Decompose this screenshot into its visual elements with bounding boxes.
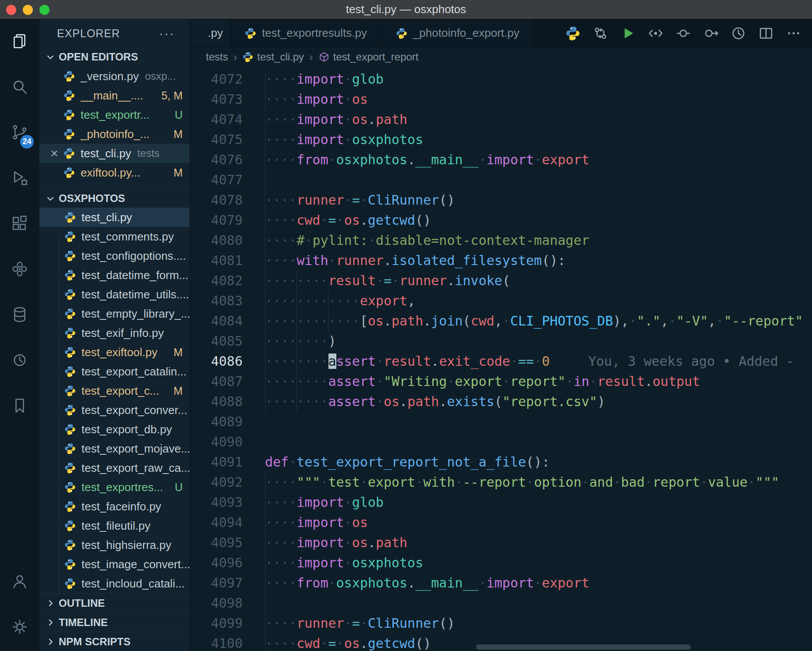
code-line[interactable]: 4076····from·osxphotos.__main__·import·e… — [190, 150, 812, 170]
code-line[interactable]: 4078····runner·=·CliRunner() — [190, 190, 812, 210]
line-number[interactable]: 4100 — [190, 633, 265, 651]
database-activity-button[interactable] — [0, 293, 39, 338]
code-line[interactable]: 4090 — [190, 432, 812, 452]
code-line-content[interactable] — [265, 412, 812, 432]
open-editor-item[interactable]: ×__main__....5, M — [39, 86, 190, 105]
code-line-content[interactable]: ····runner·=·CliRunner() — [265, 613, 812, 633]
open-editor-item[interactable]: ×exiftool.py...M — [39, 163, 190, 182]
file-list-item[interactable]: test_incloud_catali... — [39, 574, 190, 593]
code-line[interactable]: 4086········assert·result.exit_code·==·0… — [190, 351, 812, 371]
file-list-item[interactable]: test_export_mojave... — [39, 439, 190, 458]
dash-circle-icon[interactable] — [675, 25, 691, 41]
code-line-content[interactable]: ········assert·os.path.exists("report.cs… — [265, 392, 812, 412]
line-number[interactable]: 4083 — [190, 291, 265, 311]
line-number[interactable]: 4095 — [190, 533, 265, 553]
code-line-content[interactable] — [265, 593, 812, 613]
line-number[interactable]: 4080 — [190, 230, 265, 251]
compare-changes-icon[interactable] — [593, 25, 608, 41]
code-line[interactable]: 4084············[os.path.join(cwd,·CLI_P… — [190, 311, 812, 331]
search-activity-button[interactable] — [0, 65, 39, 110]
code-line[interactable]: 4077 — [190, 170, 812, 190]
source-control-activity-button[interactable]: 24 — [0, 110, 39, 156]
code-line[interactable]: 4073····import·os — [190, 89, 812, 110]
code-line[interactable]: 4096····import·osxphotos — [190, 553, 812, 573]
code-line[interactable]: 4089 — [190, 412, 812, 432]
code-line[interactable]: 4085········) — [190, 331, 812, 351]
line-number[interactable]: 4085 — [190, 331, 265, 351]
file-history-icon[interactable] — [731, 25, 746, 41]
run-debug-activity-button[interactable] — [0, 156, 39, 202]
project-section-header[interactable]: OSXPHOTOS — [39, 188, 190, 208]
section-npm-scripts[interactable]: NPM SCRIPTS — [39, 632, 190, 651]
code-line-content[interactable]: ····import·osxphotos — [265, 553, 812, 573]
line-number[interactable]: 4099 — [190, 613, 265, 633]
code-line-content[interactable]: ····cwd·=·os.getcwd() — [265, 210, 812, 230]
code-line-content[interactable] — [265, 432, 812, 452]
code-line-content[interactable]: ····from·osxphotos.__main__·import·expor… — [265, 150, 812, 170]
file-list-item[interactable]: test_cli.py — [39, 208, 190, 227]
file-list-item[interactable]: test_fileutil.py — [39, 516, 190, 535]
file-list-item[interactable]: test_empty_library_... — [39, 304, 190, 323]
code-line[interactable]: 4093····import·glob — [190, 492, 812, 513]
line-number[interactable]: 4091 — [190, 452, 265, 472]
open-editor-item[interactable]: ×_photoinfo_...M — [39, 124, 190, 144]
line-number[interactable]: 4087 — [190, 371, 265, 392]
code-line-content[interactable]: ····with·runner.isolated_filesystem(): — [265, 251, 812, 271]
line-number[interactable]: 4081 — [190, 251, 265, 271]
file-list-item[interactable]: test_export_catalin... — [39, 362, 190, 381]
line-number[interactable]: 4082 — [190, 271, 265, 291]
close-window-button[interactable] — [6, 5, 16, 15]
extensions-activity-button[interactable] — [0, 202, 39, 247]
open-editor-item[interactable]: ×test_exportr...U — [39, 105, 190, 124]
file-list-item[interactable]: test_highsierra.py — [39, 535, 190, 555]
file-list-item[interactable]: test_faceinfo.py — [39, 497, 190, 516]
code-line[interactable]: 4094····import·os — [190, 513, 812, 533]
code-line-content[interactable]: ········result·=·runner.invoke( — [265, 271, 812, 291]
file-list-item[interactable]: test_exiftool.pyM — [39, 343, 190, 362]
arrow-circle-icon[interactable] — [703, 25, 719, 41]
code-line-content[interactable]: ····import·os — [265, 513, 812, 533]
file-list-item[interactable]: test_export_raw_ca... — [39, 458, 190, 478]
line-number[interactable]: 4097 — [190, 573, 265, 593]
horizontal-scrollbar[interactable] — [476, 644, 691, 650]
code-line[interactable]: 4088········assert·os.path.exists("repor… — [190, 392, 812, 412]
code-line[interactable]: 4091def·test_export_report_not_a_file(): — [190, 452, 812, 472]
file-list-item[interactable]: test_comments.py — [39, 227, 190, 246]
line-number[interactable]: 4094 — [190, 513, 265, 533]
code-line-content[interactable]: ············[os.path.join(cwd,·CLI_PHOTO… — [265, 311, 812, 331]
line-number[interactable]: 4074 — [190, 110, 265, 130]
tab-_photoinfo_export.py[interactable]: _photoinfo_export.py — [381, 19, 534, 47]
file-list-item[interactable]: test_exif_info.py — [39, 323, 190, 343]
line-number[interactable]: 4092 — [190, 472, 265, 492]
code-line[interactable]: 4098 — [190, 593, 812, 613]
more-actions-icon[interactable] — [786, 25, 801, 41]
line-number[interactable]: 4075 — [190, 130, 265, 150]
code-line[interactable]: 4082········result·=·runner.invoke( — [190, 271, 812, 291]
code-line[interactable]: 4079····cwd·=·os.getcwd() — [190, 210, 812, 230]
line-number[interactable]: 4084 — [190, 311, 265, 331]
line-number[interactable]: 4079 — [190, 210, 265, 230]
explorer-more-actions-icon[interactable]: ··· — [159, 29, 175, 38]
code-line-content[interactable]: ····import·os.path — [265, 110, 812, 130]
breadcrumb-tests[interactable]: tests — [206, 51, 228, 63]
python-logo-icon[interactable] — [565, 25, 581, 41]
line-number[interactable]: 4089 — [190, 412, 265, 432]
section-timeline[interactable]: TIMELINE — [39, 612, 190, 632]
code-line[interactable]: 4075····import·osxphotos — [190, 130, 812, 150]
code-line-content[interactable]: ····import·os.path — [265, 533, 812, 553]
breadcrumb-test_export_report[interactable]: test_export_report — [318, 51, 419, 63]
zoom-window-button[interactable] — [39, 5, 49, 15]
code-line[interactable]: 4097····from·osxphotos.__main__·import·e… — [190, 573, 812, 593]
settings-activity-button[interactable] — [0, 605, 39, 651]
code-line-content[interactable]: ····#·pylint:·disable=not-context-manage… — [265, 230, 812, 251]
close-icon[interactable]: × — [46, 146, 63, 161]
clock-activity-button[interactable] — [0, 338, 39, 384]
code-line[interactable]: 4087········assert·"Writing·export·repor… — [190, 371, 812, 392]
file-list-item[interactable]: test_datetime_utils.... — [39, 285, 190, 304]
open-editors-section-header[interactable]: OPEN EDITORS — [39, 47, 190, 67]
code-line[interactable]: 4083············export, — [190, 291, 812, 311]
code-line-content[interactable]: ········) — [265, 331, 812, 351]
code-line-content[interactable]: ····import·osxphotos — [265, 130, 812, 150]
code-line-content[interactable]: ········assert·"Writing·export·report"·i… — [265, 371, 812, 392]
line-number[interactable]: 4096 — [190, 553, 265, 573]
